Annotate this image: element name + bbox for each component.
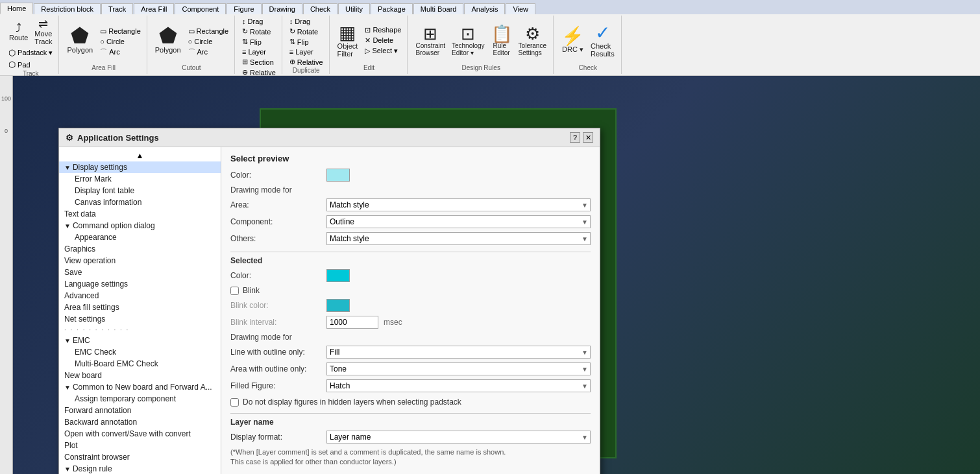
tab-component[interactable]: Component — [175, 3, 226, 14]
polygon-cutout-label: Polygon — [155, 46, 181, 54]
polygon-area-button[interactable]: ⬟ Polygon — [64, 24, 95, 55]
tab-area-fill[interactable]: Area Fill — [134, 3, 174, 14]
padstack-button[interactable]: ⬡ Padstack ▾ — [6, 47, 55, 58]
tree-item-plot[interactable]: Plot — [59, 440, 221, 451]
relative-dup-button[interactable]: ⊕ Relative — [288, 57, 325, 67]
flip-dup-button[interactable]: ⇅ Flip — [288, 37, 325, 47]
filled-figure-select[interactable]: Hatch Fill Outline Tone — [326, 379, 591, 392]
rotate-dup-button[interactable]: ↻ Rotate — [288, 27, 325, 36]
tree-item-command-option[interactable]: ▼ Command option dialog — [59, 220, 221, 231]
tab-utility[interactable]: Utility — [338, 3, 370, 14]
tab-restriction[interactable]: Restriction block — [34, 3, 101, 14]
tree-item-advanced[interactable]: Advanced — [59, 290, 221, 302]
tree-item-canvas-info[interactable]: Canvas information — [59, 196, 221, 208]
tree-item-net-settings[interactable]: Net settings — [59, 313, 221, 325]
dialog-close-button[interactable]: ✕ — [583, 132, 593, 143]
tree-item-open-convert[interactable]: Open with convert/Save with convert — [59, 428, 221, 440]
tree-item-area-fill-settings[interactable]: Area fill settings — [59, 302, 221, 313]
check-results-button[interactable]: ✓ CheckResults — [588, 23, 617, 59]
tree-item-view-operation[interactable]: View operation — [59, 255, 221, 267]
flip-move-button[interactable]: ⇅ Flip — [240, 37, 278, 47]
check-group-label: Check — [579, 64, 597, 73]
area-select[interactable]: Match style Fill Outline Tone Hatch — [326, 198, 591, 211]
tab-drawing[interactable]: Drawing — [262, 3, 302, 14]
tree-item-common-new-board[interactable]: ▼ Common to New board and Forward A... — [59, 381, 221, 393]
tree-item-display-settings[interactable]: ▼ Display settings — [59, 161, 221, 173]
dialog-title-text: Application Settings — [77, 133, 159, 143]
tree-item-display-font-table[interactable]: Display font table — [59, 185, 221, 196]
area-outline-select[interactable]: Tone Fill Outline Hatch — [326, 362, 591, 375]
tab-figure[interactable]: Figure — [227, 3, 261, 14]
tree-item-text-data[interactable]: Text data — [59, 208, 221, 220]
tree-item-forward-annotation[interactable]: Forward annotation — [59, 405, 221, 416]
drc-button[interactable]: ⚡ DRC ▾ — [559, 26, 587, 55]
tree-item-emc-check[interactable]: EMC Check — [59, 346, 221, 358]
others-select[interactable]: Match style Fill Outline Tone Hatch — [326, 232, 591, 245]
polygon-cutout-button[interactable]: ⬟ Polygon — [153, 24, 184, 55]
tree-item-constraint-browser[interactable]: Constraint browser — [59, 451, 221, 463]
pad-button[interactable]: ⬡ Pad — [6, 59, 55, 70]
select-button[interactable]: ▷ Select ▾ — [363, 46, 403, 56]
color-picker-preview[interactable] — [326, 169, 350, 182]
drag-dup-button[interactable]: ↕ Drag — [288, 17, 325, 26]
component-select[interactable]: Outline Match style Fill Tone Hatch — [326, 215, 591, 228]
tab-track[interactable]: Track — [101, 3, 133, 14]
tree-item-backward-annotation[interactable]: Backward annotation — [59, 416, 221, 428]
tab-home[interactable]: Home — [0, 3, 33, 14]
blink-color-picker[interactable] — [326, 299, 350, 312]
rectangle-area-button[interactable]: ▭ Rectangle — [98, 27, 143, 36]
move-track-button[interactable]: ⇌ MoveTrack — [32, 17, 55, 47]
object-filter-button[interactable]: ▦ ObjectFilter — [335, 23, 361, 59]
tab-analysis[interactable]: Analysis — [464, 3, 505, 14]
display-format-select[interactable]: Layer name Layer comment Layer name + co… — [326, 431, 591, 444]
rectangle-cutout-button[interactable]: ▭ Rectangle — [186, 27, 231, 36]
dialog-titlebar[interactable]: ⚙ Application Settings ? ✕ — [59, 128, 600, 147]
tree-scroll-up[interactable]: ▲ — [59, 150, 221, 161]
delete-button[interactable]: ✕ Delete — [363, 36, 403, 45]
tree-item-language-settings[interactable]: Language settings — [59, 278, 221, 290]
constraint-browser-button[interactable]: ⊞ ConstraintBrowser — [413, 24, 448, 58]
reshape-icon: ⊡ — [365, 26, 371, 34]
section-move-button[interactable]: ⊞ Section — [240, 57, 278, 67]
hidden-layers-checkbox[interactable] — [230, 398, 239, 407]
layer-name-info: (*When [Layer comment] is set and a comm… — [230, 447, 591, 468]
drag-move-button[interactable]: ↕ Drag — [240, 17, 278, 26]
tree-item-design-rule[interactable]: ▼ Design rule — [59, 463, 221, 474]
dialog-title-icon: ⚙ — [66, 133, 73, 143]
circle-area-button[interactable]: ○ Circle — [98, 37, 143, 46]
arc-area-button[interactable]: ⌒ Arc — [98, 47, 143, 58]
tolerance-settings-button[interactable]: ⚙ ToleranceSettings — [516, 24, 549, 58]
circle-area-icon: ○ — [100, 38, 104, 45]
rule-editor-button[interactable]: 📋 RuleEditor — [489, 24, 515, 58]
layer-dup-button[interactable]: ≡ Layer — [288, 47, 325, 56]
circle-cutout-button[interactable]: ○ Circle — [186, 37, 231, 46]
technology-editor-button[interactable]: ⊡ TechnologyEditor ▾ — [449, 24, 487, 58]
tab-package[interactable]: Package — [371, 3, 413, 14]
rotate-move-button[interactable]: ↻ Rotate — [240, 27, 278, 36]
reshape-button[interactable]: ⊡ Reshape — [363, 25, 403, 35]
tab-check[interactable]: Check — [303, 3, 337, 14]
blink-checkbox[interactable] — [230, 287, 239, 295]
arc-cutout-button[interactable]: ⌒ Arc — [186, 47, 231, 58]
blink-interval-input[interactable] — [326, 316, 378, 329]
dialog-help-button[interactable]: ? — [570, 132, 580, 143]
tree-item-assign-temp[interactable]: Assign temporary component — [59, 393, 221, 405]
tree-item-error-mark[interactable]: Error Mark — [59, 173, 221, 185]
route-button[interactable]: ⤴ Route — [6, 21, 31, 43]
section-move-icon: ⊞ — [242, 58, 248, 66]
tree-item-emc[interactable]: ▼ EMC — [59, 335, 221, 346]
tree-item-graphics[interactable]: Graphics — [59, 243, 221, 255]
layer-move-button[interactable]: ≡ Layer — [240, 47, 278, 56]
tree-item-multi-board-emc[interactable]: Multi-Board EMC Check — [59, 358, 221, 370]
selected-color-picker[interactable] — [326, 269, 350, 282]
tab-view[interactable]: View — [506, 3, 535, 14]
toolbar: ⤴ Route ⇌ MoveTrack ⬡ Padstack ▾ ⬡ Pad — [0, 14, 980, 76]
tree-item-new-board[interactable]: New board — [59, 370, 221, 381]
component-select-wrap: Outline Match style Fill Tone Hatch ▼ — [326, 215, 591, 228]
canvas-area[interactable]: ⚙ Application Settings ? ✕ ▲ ▼ — [13, 76, 980, 474]
tree-item-appearance[interactable]: Appearance — [59, 231, 221, 243]
tab-multiboard[interactable]: Multi Board — [413, 3, 464, 14]
line-outline-select[interactable]: Fill Outline Tone Hatch — [326, 346, 591, 359]
tree-item-save[interactable]: Save — [59, 267, 221, 278]
move-track-icon: ⇌ — [38, 18, 48, 30]
